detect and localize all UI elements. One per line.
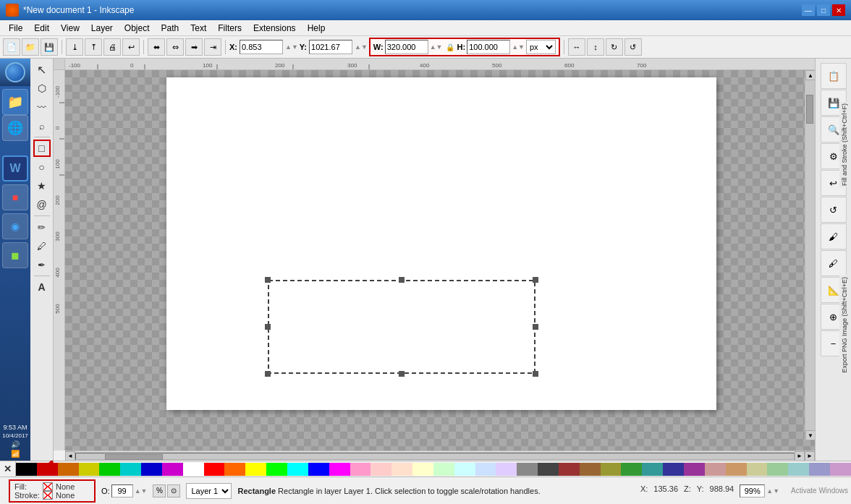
opacity-input[interactable] (111, 484, 133, 497)
undo-button[interactable]: ↩ (122, 38, 140, 56)
layer-select[interactable]: Layer 1 (186, 483, 232, 499)
menu-filters[interactable]: Filters (212, 22, 247, 35)
color-swatch-cc9999[interactable] (705, 463, 726, 476)
maximize-button[interactable]: □ (817, 4, 830, 16)
opacity-spinner[interactable]: ▲▼ (135, 487, 148, 495)
tool-calligraphy[interactable]: ✒ (33, 256, 51, 273)
right-btn-6[interactable]: ↺ (821, 197, 847, 223)
unit-select[interactable]: px mm cm in (526, 40, 556, 54)
menu-layer[interactable]: Layer (85, 22, 119, 35)
taskbar-item-app1[interactable]: ■ (2, 184, 28, 210)
color-swatch-00cccc[interactable] (120, 463, 141, 476)
close-button[interactable]: ✕ (832, 4, 845, 16)
tool-text[interactable]: A (33, 278, 51, 296)
scrollbar-track-h[interactable] (75, 453, 795, 460)
color-swatch-cccc00[interactable] (79, 463, 100, 476)
tool-circle[interactable]: ○ (33, 158, 51, 176)
menu-extensions[interactable]: Extensions (247, 22, 302, 35)
handle-tc[interactable] (399, 277, 405, 283)
menu-text[interactable]: Text (185, 22, 212, 35)
tool-spiral[interactable]: @ (33, 196, 51, 213)
handle-bc[interactable] (399, 371, 405, 377)
scroll-corner-btn[interactable]: ► (805, 451, 815, 461)
w-input[interactable] (385, 40, 428, 54)
x-spinner[interactable]: ▲▼ (285, 43, 298, 51)
align-justify-button[interactable]: ⇥ (204, 38, 221, 56)
rotate-ccw-button[interactable]: ↺ (625, 38, 642, 56)
taskbar-item-app3[interactable]: ◼ (2, 242, 28, 268)
lock-icon[interactable]: 🔒 (446, 43, 454, 51)
color-swatch-339999[interactable] (642, 463, 663, 476)
scrollbar-vertical[interactable]: ▲ ▼ (805, 70, 815, 440)
scrollbar-down-btn[interactable]: ▼ (805, 430, 815, 440)
tool-pen[interactable]: 🖊 (33, 237, 51, 255)
taskbar-item-app2[interactable]: ◉ (2, 213, 28, 239)
color-swatch-ffff00[interactable] (245, 463, 266, 476)
align-left-button[interactable]: ⬌ (148, 38, 165, 56)
handle-mr[interactable] (533, 324, 538, 330)
color-swatch-ff6600[interactable] (224, 463, 245, 476)
handle-bl[interactable] (265, 371, 271, 377)
color-swatch-cce0ff[interactable] (475, 463, 496, 476)
right-btn-1[interactable]: 📋 (821, 63, 847, 89)
volume-icon[interactable]: 🔊 (11, 440, 20, 448)
color-swatch-993333[interactable] (559, 463, 580, 476)
color-swatch-444444[interactable] (538, 463, 559, 476)
color-swatch-ffe0cc[interactable] (391, 463, 412, 476)
scrollbar-right-btn[interactable]: ► (795, 451, 805, 461)
scrollbar-up-btn[interactable]: ▲ (805, 70, 815, 80)
color-swatch-00ffff[interactable] (287, 463, 308, 476)
y-spinner[interactable]: ▲▼ (355, 43, 368, 51)
color-swatch-ff0000[interactable] (204, 463, 225, 476)
canvas-container[interactable]: ▲ ▼ (65, 70, 815, 450)
handle-br[interactable] (533, 371, 538, 377)
import-button[interactable]: ⤓ (66, 38, 83, 56)
right-btn-7[interactable]: 🖌 (821, 223, 847, 249)
new-button[interactable]: 📄 (3, 38, 20, 56)
handle-ml[interactable] (265, 324, 271, 330)
print-button[interactable]: 🖨 (103, 38, 121, 56)
scrollbar-thumb-h[interactable] (105, 454, 163, 460)
align-center-button[interactable]: ⇔ (166, 38, 184, 56)
menu-view[interactable]: View (55, 22, 85, 35)
tool-tweak[interactable]: 〰 (33, 98, 51, 116)
taskbar-item-explorer[interactable]: 📁 (2, 89, 28, 115)
color-swatch-0000ff[interactable] (308, 463, 329, 476)
color-swatch-e0ccff[interactable] (496, 463, 517, 476)
taskbar-item-word[interactable]: W (2, 155, 28, 181)
stroke-swatch[interactable] (43, 491, 53, 500)
color-swatch-333399[interactable] (663, 463, 684, 476)
color-swatch-99cc99[interactable] (767, 463, 788, 476)
zoom-spinner[interactable]: ▲▼ (766, 487, 779, 495)
scrollbar-horizontal[interactable]: ◄ ► ► (65, 450, 815, 461)
minimize-button[interactable]: — (802, 4, 815, 16)
color-swatch-993399[interactable] (684, 463, 705, 476)
color-swatch-cc9966[interactable] (726, 463, 747, 476)
w-spinner[interactable]: ▲▼ (430, 43, 443, 51)
tool-selector[interactable]: ↖ (33, 61, 51, 78)
h-spinner[interactable]: ▲▼ (512, 43, 525, 51)
save-button[interactable]: 💾 (41, 38, 58, 56)
color-swatch-ccffcc[interactable] (433, 463, 454, 476)
color-swatch-ccffff[interactable] (454, 463, 475, 476)
menu-edit[interactable]: Edit (28, 22, 55, 35)
right-btn-8[interactable]: 🖋 (821, 250, 847, 276)
y-input[interactable] (309, 40, 352, 54)
tool-pencil[interactable]: ✏ (33, 218, 51, 236)
menu-object[interactable]: Object (119, 22, 156, 35)
color-swatch-ffffff[interactable] (183, 463, 204, 476)
tool-star[interactable]: ★ (33, 177, 51, 195)
start-button[interactable] (0, 59, 30, 86)
color-swatch-cc00cc[interactable] (162, 463, 183, 476)
color-swatch-999933[interactable] (601, 463, 622, 476)
open-button[interactable]: 📁 (22, 38, 39, 56)
tool-rect[interactable]: □ (33, 140, 51, 157)
menu-path[interactable]: Path (156, 22, 185, 35)
color-swatch-00cc00[interactable] (99, 463, 120, 476)
color-none-button[interactable]: ✕ (0, 461, 16, 477)
color-swatch-ffffcc[interactable] (412, 463, 433, 476)
flip-h-button[interactable]: ↔ (568, 38, 585, 56)
color-swatch-ffcccc[interactable] (371, 463, 391, 476)
color-swatch-9999cc[interactable] (809, 463, 830, 476)
export-button[interactable]: ⤒ (85, 38, 102, 56)
